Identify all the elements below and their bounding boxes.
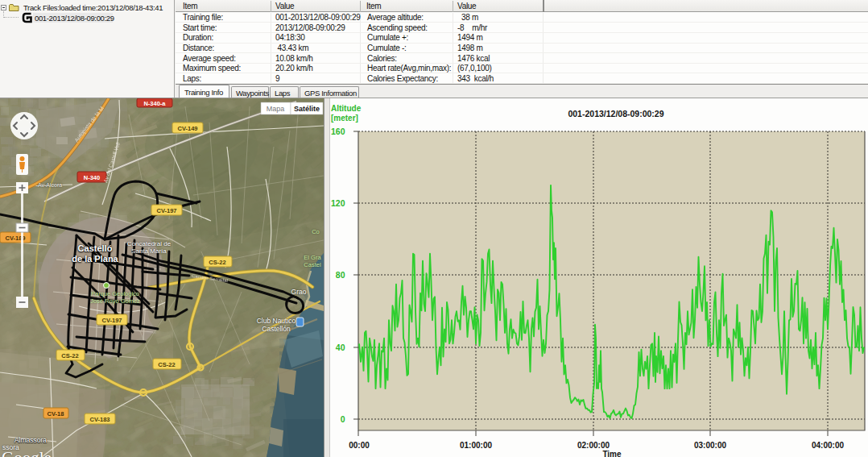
svg-text:Parque Geológico: Parque Geológico bbox=[91, 290, 139, 297]
svg-text:Almassora: Almassora bbox=[14, 436, 47, 444]
svg-text:Time: Time bbox=[602, 450, 622, 457]
svg-text:03:00:00: 03:00:00 bbox=[694, 441, 726, 450]
svg-text:CV-149: CV-149 bbox=[177, 125, 197, 132]
svg-text:40: 40 bbox=[336, 343, 345, 352]
svg-text:de la Plana: de la Plana bbox=[72, 254, 118, 264]
svg-text:Av-Alcora: Av-Alcora bbox=[38, 182, 62, 188]
svg-text:Concatedral de: Concatedral de bbox=[127, 240, 172, 247]
svg-text:José Royo Gómez: José Royo Gómez bbox=[90, 297, 140, 305]
svg-text:Altitude: Altitude bbox=[331, 104, 362, 113]
svg-text:CV-18: CV-18 bbox=[48, 410, 64, 418]
svg-text:CS-22: CS-22 bbox=[209, 259, 225, 266]
svg-text:CS-22: CS-22 bbox=[61, 352, 78, 359]
svg-text:[meter]: [meter] bbox=[331, 114, 358, 123]
svg-text:Google: Google bbox=[2, 448, 52, 457]
svg-text:N-340: N-340 bbox=[84, 174, 100, 181]
svg-text:El Gra: El Gra bbox=[304, 254, 321, 261]
svg-text:160: 160 bbox=[331, 127, 345, 136]
svg-text:N-340-a: N-340-a bbox=[143, 100, 166, 107]
svg-text:Satélite: Satélite bbox=[294, 105, 320, 113]
svg-text:00:00: 00:00 bbox=[349, 441, 370, 450]
svg-text:CV-197: CV-197 bbox=[156, 207, 176, 214]
svg-text:01:00:00: 01:00:00 bbox=[460, 441, 492, 450]
svg-text:Castelló: Castelló bbox=[78, 243, 113, 253]
svg-text:Grao: Grao bbox=[291, 288, 307, 296]
svg-text:Club Nautico: Club Nautico bbox=[257, 317, 296, 325]
svg-text:Castel: Castel bbox=[304, 261, 321, 268]
svg-text:02:00:00: 02:00:00 bbox=[577, 441, 610, 450]
svg-text:Co: Co bbox=[312, 228, 320, 235]
svg-text:120: 120 bbox=[331, 198, 345, 208]
svg-text:Santa María: Santa María bbox=[131, 247, 167, 255]
svg-text:Mapa: Mapa bbox=[267, 105, 285, 113]
svg-text:80: 80 bbox=[336, 270, 345, 280]
svg-text:Castellón: Castellón bbox=[262, 325, 291, 333]
svg-text:CV-197: CV-197 bbox=[101, 317, 122, 324]
svg-text:0: 0 bbox=[341, 414, 345, 424]
svg-text:04:00:00: 04:00:00 bbox=[812, 441, 844, 450]
svg-text:001-2013/12/08-09:00:29: 001-2013/12/08-09:00:29 bbox=[568, 109, 663, 118]
svg-text:CS-22: CS-22 bbox=[158, 361, 175, 368]
svg-text:CV-183: CV-183 bbox=[89, 416, 110, 423]
